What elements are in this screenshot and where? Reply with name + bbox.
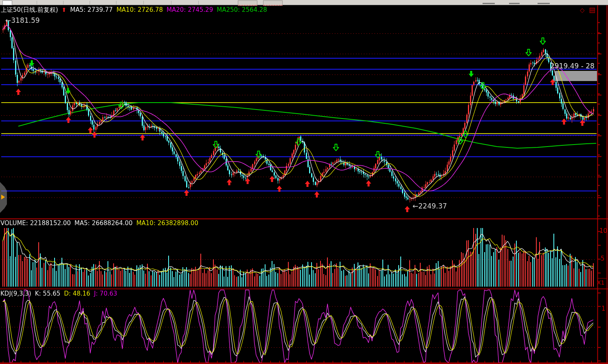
toolbar-separator xyxy=(90,1,90,4)
volume-axis-top-label: 10 xyxy=(599,227,607,235)
peak-price-label: ←3181.59 xyxy=(5,16,40,24)
toolbar-separator xyxy=(37,1,37,4)
diamond-icon[interactable]: ◇ xyxy=(580,7,585,14)
toolbar-separator xyxy=(116,1,116,4)
toolbar-mark xyxy=(538,3,550,4)
kdj-header: KDJ(9,3,3) K: 55.65 D: 48.16 J: 70.63 xyxy=(0,290,117,297)
grid-layout-icon[interactable]: ▤ xyxy=(589,6,595,14)
chart-title: 上证50(日线.前复权) xyxy=(1,6,58,14)
trough-price-label: ←2249.37 xyxy=(413,202,447,210)
trend-up-icon: ⬆ xyxy=(62,7,67,13)
kdj-j-value: J: 70.63 xyxy=(94,290,117,297)
toolbar-strip xyxy=(0,0,608,5)
chart-canvas[interactable] xyxy=(0,0,608,364)
main-chart-header: 上证50(日线.前复权) ⬆ MA5: 2739.77 MA10: 2726.7… xyxy=(1,6,267,14)
toolbar-mark xyxy=(509,3,520,4)
kdj-axis-label: 1 xyxy=(601,305,606,312)
kdj-k-value: K: 55.65 xyxy=(35,290,61,297)
toolbar-separator xyxy=(63,1,64,4)
volume-ma10-value[interactable]: MA10: 26382898.00 xyxy=(136,219,198,227)
toolbar-button-red-2[interactable] xyxy=(263,0,283,6)
volume-axis-mid-label: 5 xyxy=(601,255,605,262)
toolbar-separator xyxy=(143,1,144,4)
ma20-value[interactable]: MA20: 2745.29 xyxy=(167,6,213,13)
kdj-label[interactable]: KDJ(9,3,3) xyxy=(0,290,31,297)
volume-value[interactable]: VOLUME: 22188152.00 xyxy=(0,219,71,227)
volume-ma5-value[interactable]: MA5: 26688264.00 xyxy=(75,219,133,227)
volume-axis-unit-label: X1 xyxy=(597,279,605,286)
zone-price-label: 2919.49 - 28 xyxy=(550,62,608,70)
toolbar-left-box[interactable] xyxy=(2,0,12,5)
ma5-value[interactable]: MA5: 2739.77 xyxy=(70,6,113,13)
tdx-window: 上证50(日线.前复权) ⬆ MA5: 2739.77 MA10: 2726.7… xyxy=(0,0,608,364)
toolbar-separator xyxy=(198,1,199,4)
toolbar-button-red-1[interactable] xyxy=(238,0,257,6)
volume-header: VOLUME: 22188152.00 MA5: 26688264.00 MA1… xyxy=(0,219,198,227)
ma250-value[interactable]: MA250: 2564.28 xyxy=(217,6,267,13)
toolbar-separator xyxy=(171,1,171,4)
kdj-d-value: D: 48.16 xyxy=(64,290,90,297)
expand-arrow-icon xyxy=(1,195,5,200)
toolbar-mark xyxy=(483,3,495,4)
ma10-value[interactable]: MA10: 2726.78 xyxy=(116,6,163,13)
